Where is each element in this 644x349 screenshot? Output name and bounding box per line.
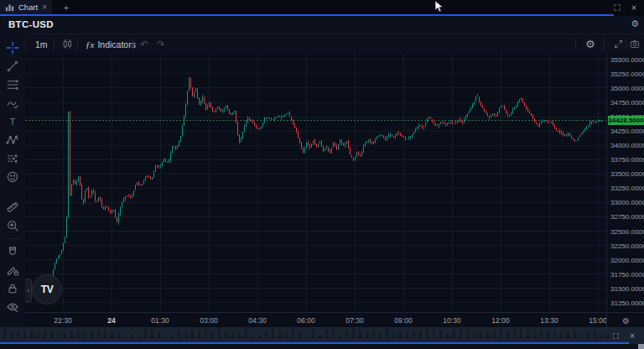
- toolbar-separator: [77, 38, 78, 50]
- time-tick-label: 09:00: [394, 316, 412, 325]
- gear-icon[interactable]: ⚙: [622, 316, 630, 326]
- scrollbar-corner: [638, 344, 644, 349]
- price-tick-label: 34000.0000: [610, 142, 644, 149]
- tool-crosshair-icon[interactable]: [0, 39, 25, 57]
- tool-emoji-icon[interactable]: [0, 168, 25, 186]
- time-tick-label: 15:00: [589, 316, 606, 325]
- tool-xabcd-pattern-icon[interactable]: [0, 131, 25, 149]
- time-tick-label: 13:30: [540, 316, 558, 325]
- tool-zoom-in-icon[interactable]: [0, 216, 25, 235]
- price-tick-label: 31750.0000: [610, 271, 644, 279]
- pane-background: [0, 344, 644, 349]
- mouse-cursor: [434, 0, 444, 13]
- fx-icon: ƒx: [86, 39, 94, 49]
- tool-fib-retracement-icon[interactable]: [0, 76, 25, 94]
- undo-icon[interactable]: ↶: [136, 34, 153, 54]
- time-tick-label: 06:00: [297, 316, 314, 325]
- price-tick-label: 32750.0000: [610, 213, 644, 221]
- toolbar-separator: [54, 38, 55, 50]
- symbol-bar: BTC-USD ⚙: [0, 16, 644, 34]
- tool-brush-icon[interactable]: [0, 94, 25, 112]
- sidebar-gap: [0, 186, 25, 198]
- svg-text:T: T: [9, 117, 15, 127]
- time-tick-label: 03:00: [200, 316, 217, 325]
- time-tick-label: 04:30: [248, 316, 266, 325]
- tool-trend-line-icon[interactable]: [0, 57, 25, 76]
- gear-icon[interactable]: ⚙: [579, 34, 602, 54]
- gear-icon[interactable]: ⚙: [631, 18, 639, 29]
- price-axis[interactable]: 35500.000035250.000035000.000034750.0000…: [606, 54, 644, 311]
- time-tick-label: 22:30: [54, 316, 71, 325]
- new-tab-button[interactable]: +: [59, 0, 74, 14]
- price-tick-label: 33250.0000: [610, 185, 644, 192]
- toolbar-separator: [132, 38, 133, 50]
- tradingview-window: Chart × + × BTC-USD ⚙ 1m ƒx Indicators ↶…: [0, 0, 644, 349]
- close-pane-icon[interactable]: ×: [626, 330, 639, 341]
- toolbar-separator: [575, 38, 576, 50]
- time-tick-label: 01:30: [151, 316, 169, 325]
- symbol-title: BTC-USD: [8, 19, 54, 29]
- drawing-toolbar: T: [0, 34, 26, 327]
- interval-button[interactable]: 1m: [29, 34, 55, 54]
- tab-label: Chart: [18, 3, 38, 12]
- chart-canvas[interactable]: TV ‹: [25, 54, 606, 311]
- sidebar-collapse-handle[interactable]: ‹: [25, 279, 32, 302]
- tool-projection-icon[interactable]: [0, 149, 25, 168]
- price-tick-label: 31250.0000: [610, 300, 644, 307]
- redo-icon[interactable]: ↷: [153, 34, 169, 54]
- price-tick-label: 35000.0000: [610, 85, 644, 92]
- indicators-label: Indicators: [97, 39, 136, 49]
- chart-tab-icon: [5, 3, 14, 12]
- tab-chart[interactable]: Chart ×: [0, 0, 52, 14]
- expand-pane-icon[interactable]: [609, 330, 622, 341]
- price-tick-label: 34250.0000: [610, 128, 644, 135]
- tool-text-icon[interactable]: T: [0, 112, 25, 131]
- time-tick-label: 10:30: [443, 316, 460, 325]
- bottom-pane-strip[interactable]: ×: [0, 327, 644, 349]
- price-tick-label: 32250.0000: [610, 242, 644, 250]
- toolbar-separator: [604, 38, 605, 50]
- time-tick-label: 07:30: [345, 316, 363, 325]
- price-tick-label: 33000.0000: [610, 199, 644, 206]
- last-price-label: 34428.5000: [608, 116, 644, 125]
- tool-ruler-icon[interactable]: [0, 198, 25, 216]
- price-tick-label: 31500.0000: [610, 285, 644, 293]
- price-tick-label: 32000.0000: [610, 257, 644, 264]
- tab-bar: Chart × + ×: [0, 0, 644, 14]
- price-tick-label: 34750.0000: [610, 99, 644, 107]
- time-axis-settings: ⚙: [606, 312, 644, 328]
- chart-toolbar: 1m ƒx Indicators ↶ ↷ ⚙: [25, 34, 644, 55]
- price-tick-label: 33750.0000: [610, 156, 644, 164]
- maximize-window-button[interactable]: [610, 1, 624, 13]
- close-window-icon[interactable]: ×: [627, 1, 641, 13]
- tab-close-icon[interactable]: ×: [42, 3, 47, 12]
- time-tick-label: 12:00: [491, 316, 509, 325]
- price-tick-label: 33500.0000: [610, 170, 644, 178]
- tradingview-logo[interactable]: TV: [32, 274, 62, 305]
- camera-icon[interactable]: [622, 34, 644, 54]
- sidebar-divider: [5, 238, 20, 239]
- price-tick-label: 35250.0000: [610, 70, 644, 78]
- price-tick-label: 35500.0000: [610, 56, 644, 64]
- time-tick-label: 24: [107, 316, 115, 325]
- tool-lock-all-icon[interactable]: [0, 279, 25, 298]
- tool-magnet-icon[interactable]: [0, 242, 25, 261]
- tool-drawing-mode-lock-icon[interactable]: [0, 261, 25, 279]
- tool-hide-all-icon[interactable]: [0, 298, 25, 316]
- time-axis[interactable]: 22:302401:3003:0004:3006:0007:3009:0010:…: [25, 312, 606, 328]
- price-tick-label: 32500.0000: [610, 228, 644, 236]
